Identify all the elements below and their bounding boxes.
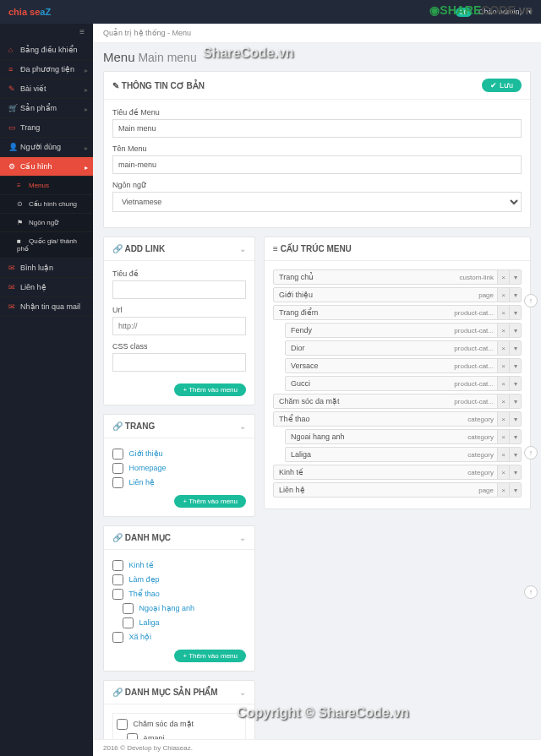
sidebar-item[interactable]: 👤Người dùng▸ [0,138,93,157]
logo[interactable]: chia seaZ [8,7,51,17]
page-check-item[interactable]: Homepage [112,461,246,476]
item-delete-icon[interactable]: × [497,377,509,390]
sidebar-item[interactable]: ≡Menus [0,177,93,195]
save-button[interactable]: ✔ Lưu [482,79,522,92]
item-delete-icon[interactable]: × [497,394,509,408]
menu-structure-item[interactable]: Kinh tếcategory×▾ [273,465,522,480]
menu-toggle-icon[interactable]: ≡ [0,24,93,41]
item-delete-icon[interactable]: × [497,430,509,443]
language-select[interactable]: Vietnamese [112,192,522,212]
addlink-url-input[interactable] [112,317,246,335]
sidebar: ≡ ⌂Bảng điều khiển≡Đa phương tiện▸✎Bài v… [0,24,93,756]
edit-icon: ✎ [112,81,119,90]
sidebar-item[interactable]: ⊙Cấu hình chung [0,195,93,214]
page-title: Menu Main menu [93,43,541,71]
sidebar-item[interactable]: ■Quốc gia/ thành phố [0,232,93,258]
menu-structure-item[interactable]: Fendyproduct-cat...×▾ [285,323,522,338]
item-toggle-icon[interactable]: ▾ [509,270,521,284]
menu-structure-item[interactable]: Gucciproduct-cat...×▾ [285,376,522,391]
collapse-icon[interactable]: ⌄ [239,688,246,697]
item-toggle-icon[interactable]: ▾ [509,341,521,355]
page-check-item[interactable]: Giới thiệu [112,447,246,461]
category-check-item[interactable]: Kinh tế [112,558,246,573]
item-delete-icon[interactable]: × [497,412,509,426]
item-toggle-icon[interactable]: ▾ [509,465,521,479]
menu-title-input[interactable] [112,119,522,138]
menu-structure-item[interactable]: Chăm sóc da mặtproduct-cat...×▾ [273,394,522,409]
item-toggle-icon[interactable]: ▾ [509,430,521,443]
page-check-item[interactable]: Liên hệ [112,476,246,490]
label-menu-name: Tên Menu [112,144,522,153]
item-delete-icon[interactable]: × [497,448,509,461]
breadcrumb: Quản trị hệ thống - Menu [93,24,541,43]
menu-structure-item[interactable]: Liên hệpage×▾ [273,482,522,498]
category-check-item[interactable]: Thể thao [112,587,246,601]
item-delete-icon[interactable]: × [497,341,509,355]
item-delete-icon[interactable]: × [497,306,509,319]
item-toggle-icon[interactable]: ▾ [509,359,521,373]
notification-badge[interactable]: 50 [456,8,472,17]
sidebar-item[interactable]: ✎Bài viết▸ [0,79,93,99]
item-toggle-icon[interactable]: ▾ [509,448,521,461]
sidebar-item[interactable]: ⚑Ngôn ngữ [0,214,93,232]
item-delete-icon[interactable]: × [497,359,509,373]
collapse-icon[interactable]: ⌄ [239,244,246,253]
item-toggle-icon[interactable]: ▾ [509,377,521,390]
item-delete-icon[interactable]: × [497,483,509,497]
sidebar-item[interactable]: 🛒Sản phẩm▸ [0,99,93,118]
category-check-item[interactable]: Xã hội [112,630,246,645]
topbar: chia seaZ 50 Chào admin, ▾ [0,0,541,24]
menu-structure-item[interactable]: Versaceproduct-cat...×▾ [285,358,522,373]
item-toggle-icon[interactable]: ▾ [509,412,521,426]
sidebar-item[interactable]: ≡Đa phương tiện▸ [0,60,93,79]
danhmuc-add-button[interactable]: + Thêm vào menu [174,650,246,662]
addlink-add-button[interactable]: + Thêm vào menu [174,383,246,396]
sidebar-item[interactable]: ✉Bình luận [0,258,93,278]
addlink-css-input[interactable] [112,353,246,372]
menu-structure-item[interactable]: Laligacategory×▾ [285,447,522,462]
menu-name-input[interactable] [112,155,522,174]
menu-structure-item[interactable]: Ngoai hang anhcategory×▾ [285,429,522,444]
menu-structure-item[interactable]: Diorproduct-cat...×▾ [285,340,522,356]
chevron-down-icon[interactable]: ▾ [528,8,533,16]
breadcrumb-b[interactable]: Menu [172,29,192,37]
label-language: Ngôn ngữ [112,181,522,189]
trang-panel: 🔗 TRANG⌄ Giới thiệu Homepage Liên hệ + T… [103,414,255,517]
label-menu-title: Tiêu đề Menu [112,108,522,117]
item-delete-icon[interactable]: × [497,270,509,284]
item-toggle-icon[interactable]: ▾ [509,306,521,319]
collapse-icon[interactable]: ⌄ [239,422,246,431]
category-check-item[interactable]: Làm đẹp [112,573,246,587]
sidebar-item[interactable]: ⚙Cấu hình▸ [0,157,93,177]
sidebar-item[interactable]: ✉Liên hệ [0,278,93,297]
scroll-up-icon[interactable]: ↑ [524,446,538,460]
sidebar-item[interactable]: ⌂Bảng điều khiển [0,41,93,60]
product-cat-check-item[interactable]: Chăm sóc da mặt [117,717,242,732]
menu-structure-item[interactable]: Trang chủcustom-link×▾ [273,269,522,285]
user-greeting[interactable]: Chào admin, [478,8,522,16]
item-toggle-icon[interactable]: ▾ [509,324,521,337]
menu-structure-item[interactable]: Thể thaocategory×▾ [273,411,522,427]
trang-add-button[interactable]: + Thêm vào menu [174,495,246,508]
structure-panel: ≡ CẤU TRÚC MENU Trang chủcustom-link×▾Gi… [264,237,531,509]
category-check-item[interactable]: Ngoại hạng anh [112,601,246,616]
footer: 2016 © Develop by Chiaseaz. [93,739,541,756]
item-delete-icon[interactable]: × [497,324,509,337]
item-toggle-icon[interactable]: ▾ [509,483,521,497]
sidebar-item[interactable]: ▭Trang [0,118,93,138]
info-panel: ✎ THÔNG TIN CƠ BẢN ✔ Lưu Tiêu đề Menu Tê… [103,71,531,228]
item-delete-icon[interactable]: × [497,288,509,302]
menu-structure-item[interactable]: Giới thiệupage×▾ [273,287,522,302]
item-delete-icon[interactable]: × [497,465,509,479]
item-toggle-icon[interactable]: ▾ [509,394,521,408]
scroll-up-icon[interactable]: ↑ [524,585,538,599]
category-check-item[interactable]: Laliga [112,616,246,630]
sidebar-item[interactable]: ✉Nhận tin qua mail [0,297,93,317]
addlink-title-input[interactable] [112,280,246,299]
scroll-up-icon[interactable]: ↑ [524,294,538,307]
main: Quản trị hệ thống - Menu Menu Main menu … [93,24,541,756]
item-toggle-icon[interactable]: ▾ [509,288,521,302]
breadcrumb-a[interactable]: Quản trị hệ thống [103,29,166,37]
collapse-icon[interactable]: ⌄ [239,533,246,542]
menu-structure-item[interactable]: Trang điểmproduct-cat...×▾ [273,305,522,320]
